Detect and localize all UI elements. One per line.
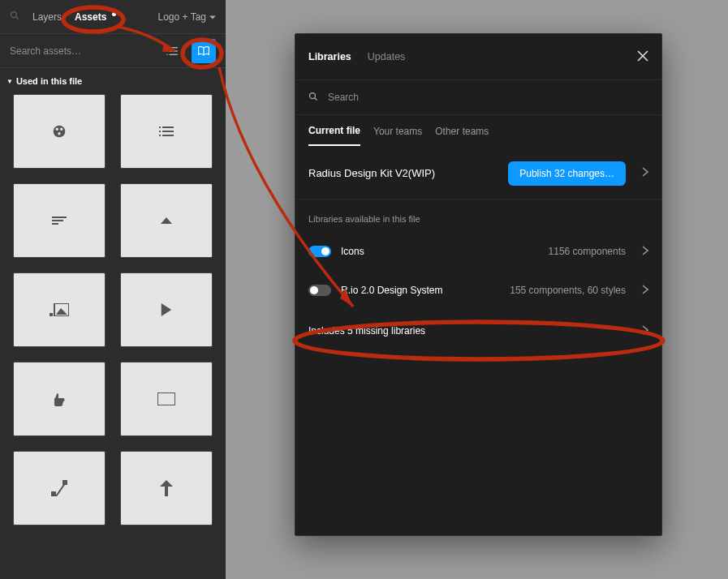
- subtab-other-teams[interactable]: Other teams: [435, 126, 489, 145]
- library-row[interactable]: R.io 2.0 Design System 155 components, 6…: [295, 271, 661, 310]
- svg-point-33: [310, 92, 316, 98]
- svg-point-11: [60, 128, 62, 131]
- search-input[interactable]: [10, 45, 153, 57]
- svg-rect-14: [159, 131, 161, 132]
- svg-rect-23: [50, 313, 53, 316]
- svg-line-1: [16, 17, 19, 19]
- asset-grid: [0, 94, 226, 525]
- svg-rect-17: [162, 131, 174, 132]
- caret-down-icon[interactable]: ▼: [6, 78, 13, 85]
- asset-tile[interactable]: [13, 94, 106, 169]
- subtab-current-file[interactable]: Current file: [308, 125, 360, 146]
- svg-rect-13: [159, 127, 161, 128]
- modal-tab-updates[interactable]: Updates: [368, 51, 406, 62]
- svg-marker-25: [56, 308, 67, 315]
- svg-point-9: [54, 126, 66, 138]
- modal-search-input[interactable]: [328, 92, 648, 103]
- svg-rect-29: [62, 480, 67, 485]
- chevron-right-icon[interactable]: [642, 285, 648, 297]
- search-icon: [308, 92, 318, 104]
- modal-tab-libraries[interactable]: Libraries: [308, 51, 351, 62]
- tab-assets-label: Assets: [75, 11, 106, 23]
- chevron-right-icon[interactable]: [642, 167, 648, 179]
- missing-libraries-row[interactable]: Includes 5 missing libraries: [295, 311, 661, 350]
- svg-rect-20: [52, 220, 63, 221]
- libraries-modal: Libraries Updates Current file Your team…: [295, 33, 662, 536]
- svg-point-7: [166, 54, 167, 54]
- chevron-down-icon: [209, 11, 216, 23]
- library-meta: 155 components, 60 styles: [510, 285, 626, 296]
- library-meta: 1156 components: [549, 246, 626, 257]
- library-button[interactable]: [192, 39, 216, 63]
- toggle-off[interactable]: [308, 285, 331, 296]
- asset-tile[interactable]: [13, 183, 106, 258]
- missing-libraries-label: Includes 5 missing libraries: [308, 325, 425, 337]
- svg-rect-27: [157, 392, 175, 405]
- svg-line-34: [315, 97, 317, 100]
- asset-tile[interactable]: [120, 451, 213, 525]
- asset-tile[interactable]: [13, 362, 106, 436]
- svg-rect-28: [51, 491, 56, 496]
- svg-marker-22: [161, 217, 172, 224]
- svg-marker-30: [160, 480, 173, 496]
- dot-icon: [112, 12, 116, 16]
- svg-point-12: [58, 132, 60, 135]
- frame-dropdown[interactable]: Logo + Tag: [157, 11, 216, 23]
- library-name: Icons: [341, 246, 364, 257]
- tab-assets[interactable]: Assets: [75, 11, 116, 23]
- asset-tile[interactable]: [120, 272, 213, 347]
- frame-dropdown-label: Logo + Tag: [157, 11, 206, 23]
- library-row[interactable]: Icons 1156 components: [295, 232, 661, 271]
- toggle-on[interactable]: [308, 246, 331, 257]
- asset-tile[interactable]: [13, 451, 106, 525]
- svg-rect-19: [52, 217, 67, 218]
- svg-marker-26: [162, 303, 171, 316]
- svg-point-5: [166, 47, 167, 48]
- available-heading: Libraries available in this file: [295, 199, 661, 232]
- search-icon[interactable]: [10, 11, 19, 23]
- publish-button[interactable]: Publish 32 changes…: [508, 161, 626, 186]
- asset-tile[interactable]: [120, 362, 213, 436]
- library-name: R.io 2.0 Design System: [341, 285, 442, 296]
- list-view-icon[interactable]: [161, 40, 183, 62]
- svg-point-6: [166, 50, 167, 51]
- section-used-in-file: Used in this file: [16, 76, 82, 86]
- svg-rect-16: [162, 127, 174, 128]
- tab-layers[interactable]: Layers: [32, 11, 62, 23]
- svg-rect-15: [159, 135, 161, 136]
- subtab-your-teams[interactable]: Your teams: [373, 126, 422, 145]
- chevron-right-icon[interactable]: [642, 246, 648, 258]
- asset-tile[interactable]: [13, 272, 106, 347]
- svg-point-10: [56, 128, 58, 131]
- svg-rect-21: [52, 223, 58, 225]
- asset-tile[interactable]: [120, 94, 213, 169]
- svg-point-0: [11, 12, 17, 18]
- svg-rect-18: [162, 135, 174, 136]
- chevron-right-icon: [642, 325, 648, 337]
- asset-tile[interactable]: [120, 183, 213, 258]
- current-file-name: Radius Design Kit V2(WIP): [308, 167, 498, 179]
- close-icon[interactable]: [637, 50, 648, 64]
